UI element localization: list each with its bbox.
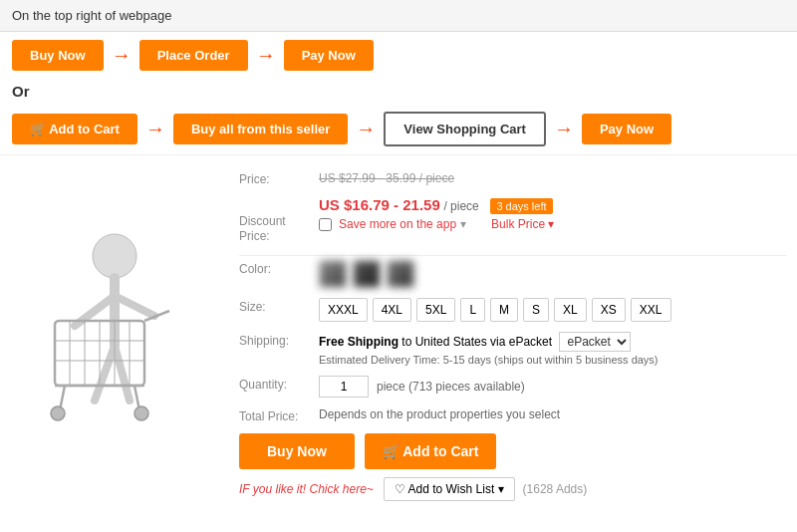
svg-point-0 [93,234,136,278]
arrow-icon-3: → [145,118,165,140]
save-app-checkbox[interactable] [319,218,332,231]
buy-now-button-top[interactable]: Buy Now [12,40,104,71]
size-option-xxl[interactable]: XXL [631,298,671,322]
size-row: Size: XXXL4XL5XLLMSXLXSXXL [239,298,787,322]
cart-figure-svg [15,226,214,445]
product-details: Price: US $27.99 - 35.99 / piece Discoun… [229,165,797,506]
color-swatch-3[interactable] [387,260,414,288]
wishlist-count: (1628 Adds) [523,482,588,496]
svg-point-18 [51,406,65,420]
pay-now-button-bottom[interactable]: Pay Now [582,114,671,144]
color-row: Color: [239,260,787,288]
quantity-label: Quantity: [239,376,319,392]
size-option-l[interactable]: L [460,298,485,322]
quantity-input[interactable]: 1 [319,376,369,398]
action-buttons: Buy Now 🛒 Add to Cart [239,433,787,469]
shipping-dropdown[interactable]: ePacket [559,332,631,352]
pay-now-button-top[interactable]: Pay Now [284,40,374,71]
shipping-estimate: Estimated Delivery Time: 5-15 days (ship… [319,354,787,366]
bottom-flow-row: 🛒 Add to Cart → Buy all from this seller… [0,104,797,154]
cart-image-area [0,165,229,506]
size-option-s[interactable]: S [523,298,549,322]
svg-line-4 [95,346,115,400]
shipping-value: Free Shipping to United States via ePack… [319,332,787,366]
original-price-text: US $27.99 - 35.99 / piece [319,171,454,185]
buy-now-button-main[interactable]: Buy Now [239,433,355,469]
add-to-cart-button-main[interactable]: 🛒 Add to Cart [365,433,497,469]
bulk-price-text[interactable]: Bulk Price ▾ [491,217,554,231]
total-value: Depends on the product properties you se… [319,407,787,421]
quantity-row: Quantity: 1 piece (713 pieces available) [239,376,787,398]
svg-point-19 [134,406,148,420]
or-separator: Or [0,79,797,104]
color-swatch-2[interactable] [353,260,381,288]
price-unit-text: / piece [443,199,478,213]
arrow-icon-1: → [112,44,132,67]
size-option-xxxl[interactable]: XXXL [319,298,368,322]
place-order-button[interactable]: Place Order [139,40,248,71]
if-you-like-text: IF you like it! Chick here~ [239,482,374,496]
size-option-5xl[interactable]: 5XL [416,298,455,322]
save-app-text: Save more on the app [339,217,456,231]
price-label: Price: [239,170,319,186]
buy-all-from-seller-button[interactable]: Buy all from this seller [173,114,348,144]
size-option-m[interactable]: M [490,298,518,322]
main-content: Price: US $27.99 - 35.99 / piece Discoun… [0,154,797,516]
size-options: XXXL4XL5XLLMSXLXSXXL [319,298,787,322]
save-app-row: Save more on the app ▾ Bulk Price ▾ [319,217,787,231]
size-label: Size: [239,298,319,314]
discount-price-value: US $16.79 - 21.59 / piece 3 days left Sa… [319,196,787,231]
shipping-label: Shipping: [239,332,319,348]
discount-label: Discount Price: [239,196,319,245]
size-option-4xl[interactable]: 4XL [373,298,411,322]
shipping-row: Shipping: Free Shipping to United States… [239,332,787,366]
view-shopping-cart-button[interactable]: View Shopping Cart [384,112,546,146]
arrow-icon-2: → [256,44,276,67]
days-badge: 3 days left [490,198,552,214]
arrow-icon-4: → [356,118,376,140]
arrow-icon-5: → [554,118,574,140]
total-price-row: Total Price: Depends on the product prop… [239,407,787,423]
add-to-cart-button-top[interactable]: 🛒 Add to Cart [12,114,137,144]
discount-price-row: Discount Price: US $16.79 - 21.59 / piec… [239,196,787,245]
wishlist-row: IF you like it! Chick here~ ♡ Add to Wis… [239,477,787,501]
quantity-value: 1 piece (713 pieces available) [319,376,787,398]
price-row: Price: US $27.99 - 35.99 / piece [239,170,787,186]
instruction-bar: On the top right of webpage [0,0,797,32]
size-option-xl[interactable]: XL [554,298,587,322]
total-label: Total Price: [239,407,319,423]
color-label: Color: [239,260,319,276]
color-swatches [319,260,787,288]
svg-line-3 [115,296,154,316]
quantity-note: piece (713 pieces available) [377,380,525,394]
svg-line-5 [115,346,130,400]
price-original-value: US $27.99 - 35.99 / piece [319,170,787,185]
shipping-main-text: Free Shipping to United States via ePack… [319,332,787,352]
discount-price-text: US $16.79 - 21.59 [319,196,440,213]
color-swatch-1[interactable] [319,260,347,288]
top-flow-row: Buy Now → Place Order → Pay Now [0,32,797,79]
divider-1 [239,255,787,256]
wishlist-button[interactable]: ♡ Add to Wish List ▾ [384,477,515,501]
size-option-xs[interactable]: XS [592,298,626,322]
instruction-text: On the top right of webpage [12,8,171,23]
